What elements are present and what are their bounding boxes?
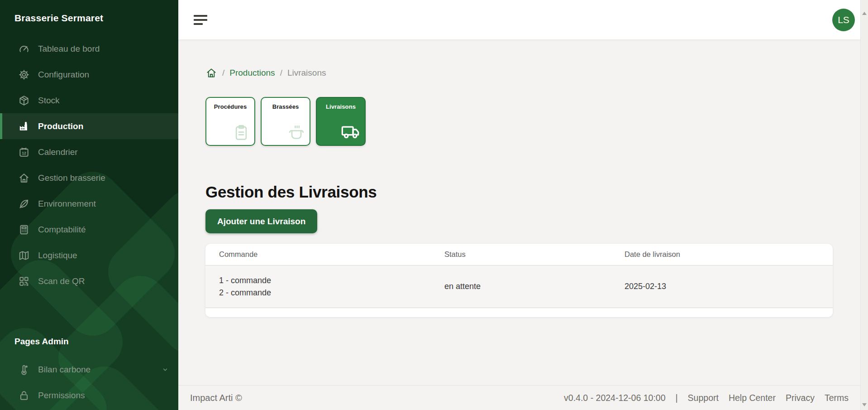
home-icon (18, 172, 30, 184)
table-row[interactable]: 1 - commande 2 - commande en attente 202… (205, 265, 833, 308)
table-header-row: Commande Status Date de livraison (205, 244, 833, 265)
calculator-icon (18, 224, 30, 236)
package-icon (18, 95, 30, 106)
add-livraison-button[interactable]: Ajouter une Livraison (205, 209, 317, 233)
page-title: Gestion des Livraisons (205, 183, 833, 201)
tab-label: Brassées (262, 103, 310, 110)
sidebar-item-label: Environnement (38, 199, 96, 209)
home-breadcrumb-icon[interactable] (205, 67, 217, 79)
thermometer-icon (18, 364, 30, 376)
truck-icon (340, 121, 361, 142)
page-scrollbar[interactable] (860, 0, 868, 410)
lock-icon (18, 390, 30, 401)
sidebar-item-label: Stock (38, 96, 60, 106)
breadcrumb-livraisons: Livraisons (287, 68, 326, 78)
scroll-down-icon[interactable] (862, 403, 867, 406)
footer-link-help-center[interactable]: Help Center (729, 393, 776, 403)
commande-line: 1 - commande (219, 275, 444, 287)
tab-livraisons[interactable]: Livraisons (316, 97, 366, 146)
breadcrumb-separator: / (280, 68, 282, 78)
footer-version: v0.4.0 - 2024-12-06 10:00 (564, 393, 665, 403)
cell-commande: 1 - commande 2 - commande (205, 275, 444, 299)
breadcrumb-productions[interactable]: Productions (229, 68, 275, 78)
commande-line: 2 - commande (219, 287, 444, 299)
livraisons-table: Commande Status Date de livraison 1 - co… (205, 244, 833, 317)
breadcrumb-separator: / (222, 68, 224, 78)
sidebar-item-label: Gestion brasserie (38, 173, 105, 183)
gear-icon (18, 69, 30, 81)
footer-link-privacy[interactable]: Privacy (786, 393, 815, 403)
sidebar-item-gestion-brasserie[interactable]: Gestion brasserie (0, 165, 178, 191)
column-header-date: Date de livraison (625, 250, 833, 259)
column-header-status: Status (444, 250, 625, 259)
tab-brassees[interactable]: Brassées (261, 97, 310, 146)
app-root: Brasserie Sermaret Tableau de bord Con (0, 0, 868, 410)
footer-links: v0.4.0 - 2024-12-06 10:00 | Support Help… (564, 393, 849, 403)
sidebar-item-label: Calendrier (38, 147, 78, 157)
page-content: / Productions / Livraisons Procédures (178, 39, 868, 385)
scroll-up-icon[interactable] (862, 12, 867, 15)
sidebar-item-production[interactable]: Production (0, 113, 178, 139)
footer-separator: | (676, 393, 678, 403)
svg-text:12: 12 (22, 151, 26, 155)
pot-icon (287, 124, 305, 142)
hamburger-icon[interactable] (192, 13, 209, 27)
sidebar-item-scan-de-qr[interactable]: Scan de QR (0, 268, 178, 294)
sidebar-item-comptabilite[interactable]: Comptabilité (0, 217, 178, 242)
main-area: LS / Productions / Livraisons Procédures (178, 0, 868, 410)
column-header-commande: Commande (205, 250, 444, 259)
sidebar-item-label: Production (38, 121, 83, 131)
sidebar-item-label: Comptabilité (38, 225, 86, 235)
footer-link-support[interactable]: Support (688, 393, 719, 403)
sidebar-item-label: Scan de QR (38, 276, 85, 286)
table-footer-strip (205, 308, 833, 317)
tab-label: Procédures (206, 103, 254, 110)
footer-link-terms[interactable]: Terms (825, 393, 849, 403)
avatar[interactable]: LS (832, 9, 855, 31)
tab-label: Livraisons (317, 103, 365, 110)
dashboard-icon (18, 43, 30, 55)
breadcrumb: / Productions / Livraisons (205, 67, 833, 79)
sidebar-nav: Tableau de bord Configuration Stock (0, 36, 178, 294)
calendar-icon: 12 (18, 146, 30, 158)
map-icon (18, 250, 30, 261)
sidebar-item-bilan-carbone[interactable]: Bilan carbone (0, 357, 178, 382)
sidebar-item-configuration[interactable]: Configuration (0, 62, 178, 87)
clipboard-icon (232, 124, 250, 142)
cell-status: en attente (444, 282, 625, 291)
topbar: LS (178, 0, 868, 39)
app-title: Brasserie Sermaret (0, 0, 178, 24)
footer: Impact Arti © v0.4.0 - 2024-12-06 10:00 … (178, 385, 868, 410)
factory-icon (18, 121, 30, 132)
sidebar: Brasserie Sermaret Tableau de bord Con (0, 0, 178, 410)
sidebar-item-label: Configuration (38, 70, 89, 80)
sidebar-item-label: Bilan carbone (38, 365, 91, 375)
sidebar-item-calendrier[interactable]: 12 Calendrier (0, 139, 178, 165)
sidebar-item-stock[interactable]: Stock (0, 87, 178, 113)
sidebar-item-tableau-de-bord[interactable]: Tableau de bord (0, 36, 178, 62)
chevron-down-icon[interactable] (162, 367, 168, 373)
tab-procedures[interactable]: Procédures (205, 97, 255, 146)
admin-section-title: Pages Admin (0, 337, 178, 347)
production-tabs: Procédures Brassées (205, 97, 833, 146)
qr-icon (18, 275, 30, 287)
sidebar-item-permissions[interactable]: Permissions (0, 382, 178, 408)
sidebar-item-environnement[interactable]: Environnement (0, 191, 178, 217)
cell-date: 2025-02-13 (625, 282, 833, 291)
sidebar-item-label: Tableau de bord (38, 44, 100, 54)
sidebar-admin-nav: Bilan carbone Permissions (0, 357, 178, 408)
footer-brand: Impact Arti © (190, 393, 242, 403)
leaf-icon (18, 198, 30, 210)
sidebar-item-label: Permissions (38, 391, 85, 400)
sidebar-item-logistique[interactable]: Logistique (0, 242, 178, 268)
sidebar-item-label: Logistique (38, 251, 77, 260)
